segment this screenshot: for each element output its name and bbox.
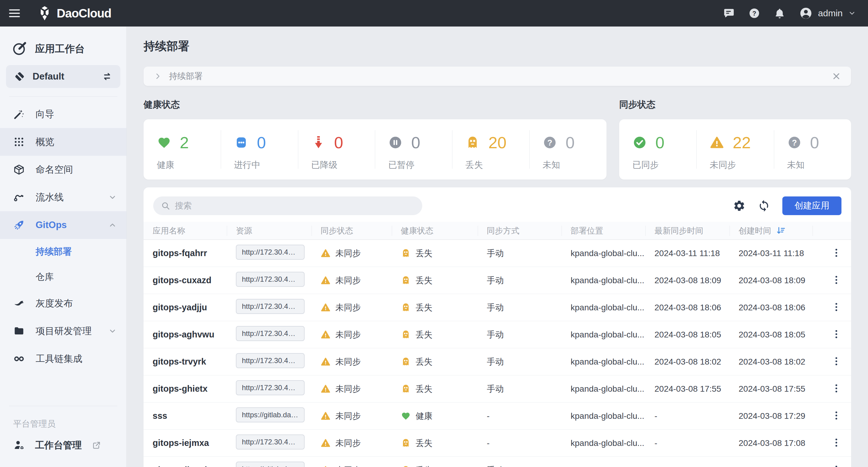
column-header-resource[interactable]: 资源: [227, 222, 312, 239]
cell-sync-mode: 手动: [478, 383, 562, 395]
resource-chip[interactable]: http://172.30.40....: [236, 245, 305, 260]
sync-status-section: 同步状态 0 已同步 22: [619, 99, 851, 179]
kebab-menu-icon[interactable]: [830, 410, 842, 422]
resource-chip[interactable]: http://172.30.40....: [236, 434, 305, 449]
kebab-menu-icon[interactable]: [830, 356, 842, 368]
search-input[interactable]: [175, 201, 414, 210]
cell-app-name[interactable]: gitops-iejmxa: [144, 438, 227, 448]
sidebar-item-wizard[interactable]: 向导: [0, 100, 126, 128]
search-icon: [161, 201, 170, 210]
cell-app-name[interactable]: sss: [144, 411, 227, 421]
cell-created-time: 2024-03-05 18:05: [730, 466, 812, 467]
column-header-health-status[interactable]: 健康状态: [392, 222, 478, 239]
cell-deploy-location: kpanda-global-clu...: [562, 330, 645, 339]
stat-value: 0: [334, 133, 343, 152]
cell-deploy-location: kpanda-global-clu...: [562, 357, 645, 367]
search-box[interactable]: [153, 196, 422, 215]
resource-chip[interactable]: http://172.30.40....: [236, 272, 305, 287]
table-row[interactable]: gitops-iejmxa http://172.30.40.... 未同步 丢…: [144, 430, 851, 457]
sidebar-item-overview[interactable]: 概览: [0, 128, 126, 156]
table-row[interactable]: gitops-aghvwu http://172.30.40.... 未同步 丢…: [144, 321, 851, 348]
sidebar-item-toolchain[interactable]: 工具链集成: [0, 345, 126, 373]
cell-app-name[interactable]: gitops-aghvwu: [144, 330, 227, 339]
kebab-menu-icon[interactable]: [830, 247, 842, 259]
refresh-icon[interactable]: [757, 199, 770, 212]
user-menu[interactable]: admin: [799, 7, 856, 20]
cell-app-name[interactable]: gitops-ghietx: [144, 384, 227, 394]
feedback-chat-icon[interactable]: [723, 7, 735, 19]
resource-chip[interactable]: http://172.30.40....: [236, 380, 305, 395]
sidebar-item-namespace[interactable]: 命名空间: [0, 156, 126, 184]
table-row[interactable]: gitops-cuxazd http://172.30.40.... 未同步 丢…: [144, 267, 851, 294]
column-header-created-time[interactable]: 创建时间: [730, 222, 812, 239]
stat-label: 已同步: [632, 159, 696, 171]
cell-app-name[interactable]: gitops-cuxazd: [144, 275, 227, 285]
kebab-menu-icon[interactable]: [830, 329, 842, 341]
chevron-down-icon: [848, 9, 856, 17]
switch-workspace-icon[interactable]: [102, 71, 113, 82]
workspace-selector[interactable]: Default: [6, 65, 120, 88]
hamburger-menu-icon[interactable]: [9, 8, 23, 19]
sidebar-item-label: 项目研发管理: [36, 325, 92, 337]
stat-label: 已暂停: [388, 159, 452, 171]
sidebar: 应用工作台 Default 向导 概览 命名空间 流水线: [0, 27, 127, 467]
resource-chip[interactable]: http://172.30.40....: [236, 326, 305, 341]
table-row[interactable]: gitops-fqahrr http://172.30.40.... 未同步 丢…: [144, 240, 851, 267]
infinity-icon: [13, 353, 25, 365]
stat-value: 22: [733, 133, 751, 152]
cell-app-name[interactable]: gitops-trvyrk: [144, 357, 227, 367]
sort-descending-icon[interactable]: [776, 226, 786, 236]
table-row[interactable]: gitops-trvyrk http://172.30.40.... 未同步 丢…: [144, 348, 851, 375]
brand-logo[interactable]: DaoCloud: [37, 5, 111, 21]
stat-label: 未同步: [710, 159, 774, 171]
external-link-icon: [92, 441, 101, 450]
stat-value: 2: [180, 133, 189, 152]
sidebar-item-label: 灰度发布: [36, 297, 73, 310]
kebab-menu-icon[interactable]: [830, 302, 842, 314]
settings-gear-icon[interactable]: [733, 199, 746, 212]
sidebar-item-gitops[interactable]: GitOps: [0, 211, 126, 239]
cell-created-time: 2024-03-08 17:08: [730, 438, 812, 448]
column-header-sync-mode[interactable]: 同步方式: [478, 222, 562, 239]
banner-expand-chevron-icon[interactable]: [154, 72, 162, 80]
column-header-last-sync-time[interactable]: 最新同步时间: [645, 222, 730, 239]
chevron-down-icon: [108, 327, 117, 335]
column-header-deploy-location[interactable]: 部署位置: [562, 222, 645, 239]
kebab-menu-icon[interactable]: [830, 464, 842, 467]
column-header-app-name[interactable]: 应用名称: [144, 222, 227, 239]
stat-degraded: 0 已降级: [298, 119, 375, 179]
sidebar-item-pipeline[interactable]: 流水线: [0, 184, 126, 211]
sidebar-subitem-continuous-deployment[interactable]: 持续部署: [0, 239, 126, 264]
cell-created-time: 2024-03-08 18:02: [730, 357, 812, 367]
cell-app-name[interactable]: gitops-yadjju: [144, 302, 227, 312]
sidebar-item-workbench-management[interactable]: 工作台管理: [0, 431, 126, 459]
resource-chip[interactable]: http://172.30.40....: [236, 299, 305, 314]
cell-created-time: 2024-03-08 18:09: [730, 276, 812, 285]
kebab-menu-icon[interactable]: [830, 437, 842, 449]
cell-deploy-location: kpanda-global-clu...: [562, 466, 645, 467]
cell-health-status: 丢失: [415, 275, 433, 286]
cell-deploy-location: kpanda-global-clu...: [562, 248, 645, 258]
resource-chip[interactable]: https://gitlab.daoc...: [236, 407, 305, 423]
table-row[interactable]: gitops-ghietx http://172.30.40.... 未同步 丢…: [144, 375, 851, 403]
sidebar-subitem-repository[interactable]: 仓库: [0, 264, 126, 290]
cell-sync-status: 未同步: [335, 302, 361, 313]
help-icon[interactable]: [749, 7, 760, 19]
cell-app-name[interactable]: gitops-fqahrr: [144, 248, 227, 258]
create-app-button[interactable]: 创建应用: [782, 196, 841, 215]
sidebar-item-project-management[interactable]: 项目研发管理: [0, 317, 126, 345]
applications-table-card: 创建应用 应用名称 资源 同步状态 健康状态 同步方式 部署位置 最新同步时间 …: [144, 188, 851, 467]
kebab-menu-icon[interactable]: [830, 383, 842, 395]
banner-close-icon[interactable]: [832, 72, 841, 81]
resource-chip[interactable]: http://172.30.40....: [236, 353, 305, 368]
kebab-menu-icon[interactable]: [830, 274, 842, 287]
resource-chip[interactable]: https://gitlab.daoc...: [236, 462, 305, 467]
table-row[interactable]: gitops-yadjju http://172.30.40.... 未同步 丢…: [144, 294, 851, 321]
table-row[interactable]: sss https://gitlab.daoc... 未同步 健康 - kpan…: [144, 403, 851, 430]
sidebar-item-canary-release[interactable]: 灰度发布: [0, 290, 126, 317]
table-row[interactable]: gitops-dixgyl https://gitlab.daoc... 未同步…: [144, 457, 851, 467]
cell-last-sync-time: -: [645, 411, 730, 421]
notifications-bell-icon[interactable]: [774, 7, 785, 19]
column-header-sync-status[interactable]: 同步状态: [312, 222, 392, 239]
cell-app-name[interactable]: gitops-dixgyl: [144, 465, 227, 467]
